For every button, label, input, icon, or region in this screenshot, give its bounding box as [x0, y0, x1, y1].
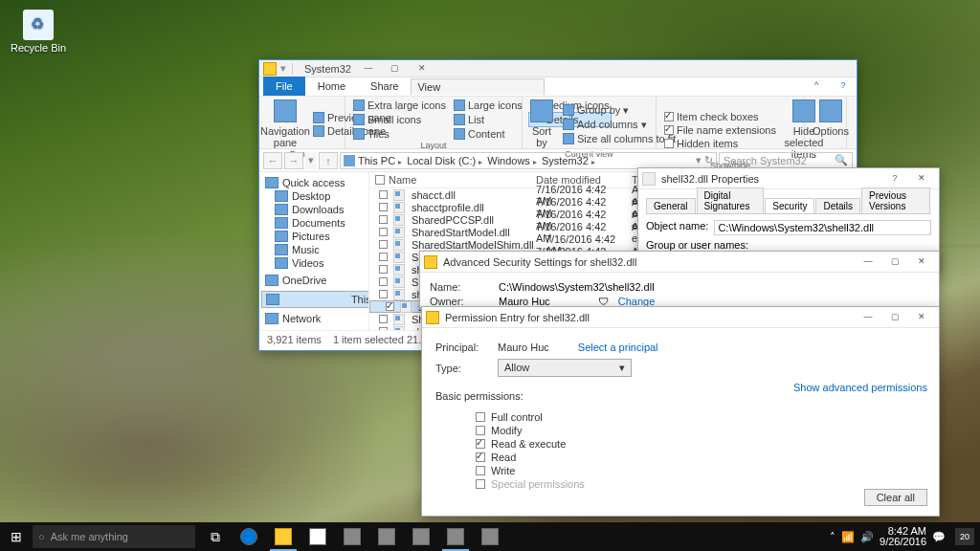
permission-checkbox[interactable]: Modify [476, 425, 925, 436]
tab-file[interactable]: File [263, 77, 305, 96]
nav-onedrive[interactable]: OneDrive [261, 274, 367, 287]
adv-title: Advanced Security Settings for shell32.d… [443, 256, 855, 268]
recent-button[interactable]: ▾ [305, 152, 317, 169]
recycle-bin[interactable]: Recycle Bin [10, 10, 67, 54]
options-button[interactable]: Options [811, 99, 851, 138]
app-icon [378, 528, 395, 545]
tab-share[interactable]: Share [358, 77, 411, 96]
view-tiles[interactable]: Tiles [351, 127, 448, 141]
close-button[interactable]: ✕ [409, 59, 435, 78]
taskbar-app-6[interactable] [404, 522, 438, 551]
file-checkbox[interactable] [379, 315, 388, 323]
tab-home[interactable]: Home [305, 77, 358, 96]
notification-badge[interactable]: 20 [955, 528, 974, 545]
file-checkbox[interactable] [379, 228, 388, 236]
taskbar-app-5[interactable] [369, 522, 404, 551]
ptab-digsig[interactable]: Digital Signatures [697, 187, 765, 213]
taskbar-app-7[interactable] [438, 522, 473, 551]
col-name[interactable]: Name [389, 174, 416, 186]
checkbox-item-checkboxes[interactable]: Item check boxes [662, 110, 778, 123]
tray-volume-icon[interactable]: 🔊 [860, 531, 874, 543]
maximize-button[interactable]: ▢ [382, 59, 409, 78]
file-checkbox[interactable] [379, 203, 388, 211]
task-view-button[interactable]: ⧉ [199, 522, 232, 551]
qat-btn[interactable]: ▾ [280, 62, 286, 75]
nav-pictures[interactable]: Pictures [261, 230, 367, 243]
props-close-button[interactable]: ✕ [908, 169, 935, 188]
adv-min-button[interactable]: — [855, 253, 881, 272]
nav-homegroup[interactable]: Homegroup [261, 329, 367, 330]
ptab-prev[interactable]: Previous Versions [861, 187, 930, 213]
file-checkbox[interactable] [379, 265, 388, 274]
navigation-pane-button[interactable]: Navigation pane [265, 99, 305, 149]
forward-button[interactable]: → [284, 152, 303, 169]
crumb-system32[interactable]: System32 [540, 155, 597, 166]
select-principal-link[interactable]: Select a principal [578, 342, 658, 353]
file-checkbox[interactable] [379, 215, 388, 224]
checkbox-hidden-items[interactable]: Hidden items [662, 137, 778, 150]
nav-network[interactable]: Network [261, 312, 367, 325]
taskbar-app-8[interactable] [473, 522, 507, 551]
help-icon[interactable]: ? [830, 77, 857, 96]
view-content[interactable]: Content [452, 127, 524, 141]
minimize-button[interactable]: — [355, 59, 382, 78]
up-button[interactable]: ↑ [319, 152, 338, 169]
file-checkbox[interactable] [379, 190, 388, 199]
clear-all-button[interactable]: Clear all [864, 489, 927, 506]
nav-desktop[interactable]: Desktop [261, 189, 367, 203]
view-list[interactable]: List [452, 112, 524, 127]
tray-network-icon[interactable]: 📶 [841, 531, 855, 543]
checkbox-filename-ext[interactable]: File name extensions [662, 123, 778, 137]
taskbar-app-edge[interactable] [232, 522, 266, 551]
nav-thispc[interactable]: This PC [261, 291, 369, 308]
file-checkbox[interactable] [379, 277, 388, 286]
sort-by-button[interactable]: Sort by [528, 99, 555, 149]
ptab-details[interactable]: Details [815, 198, 860, 213]
search-input[interactable]: Search System32🔍 [719, 152, 853, 169]
adv-max-button[interactable]: ▢ [881, 253, 908, 272]
permission-checkbox[interactable]: Read & execute [476, 438, 925, 450]
breadcrumb[interactable]: This PC Local Disk (C:) Windows System32… [340, 152, 717, 169]
action-center-icon[interactable]: 💬 [932, 531, 946, 543]
permission-checkbox[interactable]: Write [476, 465, 925, 476]
crumb-windows[interactable]: Windows [485, 155, 539, 166]
view-small-icons[interactable]: Small icons [351, 112, 448, 127]
taskbar-app-store[interactable] [301, 522, 335, 551]
back-button[interactable]: ← [263, 152, 282, 169]
file-checkbox[interactable] [386, 302, 394, 311]
nav-videos[interactable]: Videos [261, 256, 367, 270]
tab-view[interactable]: View [411, 78, 545, 96]
perm-close-button[interactable]: ✕ [908, 308, 935, 327]
cortana-search[interactable]: ○ Ask me anything [33, 525, 195, 548]
nav-music[interactable]: Music [261, 243, 367, 256]
taskbar-app-4[interactable] [335, 522, 369, 551]
nav-documents[interactable]: Documents [261, 216, 367, 230]
permission-checkbox[interactable]: Read [476, 452, 925, 463]
ptab-security[interactable]: Security [765, 198, 814, 213]
crumb-thispc[interactable]: This PC [356, 155, 404, 166]
view-large-icons[interactable]: Large icons [452, 99, 524, 112]
type-select[interactable]: Allow▾ [498, 359, 632, 377]
clock[interactable]: 8:42 AM9/26/2016 [880, 526, 926, 547]
folder-icon [263, 62, 277, 76]
file-checkbox[interactable] [379, 327, 388, 330]
perm-max-button[interactable]: ▢ [881, 308, 908, 327]
tray-chevron-icon[interactable]: ˄ [830, 531, 835, 543]
file-checkbox[interactable] [379, 290, 388, 298]
taskbar-app-explorer[interactable] [266, 522, 301, 551]
crumb-c[interactable]: Local Disk (C:) [405, 155, 484, 166]
permission-checkbox[interactable]: Full control [476, 411, 925, 423]
perm-min-button[interactable]: — [855, 308, 881, 327]
start-button[interactable]: ⊞ [0, 522, 33, 551]
show-advanced-link[interactable]: Show advanced permissions [793, 382, 927, 393]
nav-downloads[interactable]: Downloads [261, 203, 367, 216]
ptab-general[interactable]: General [646, 198, 696, 213]
file-checkbox[interactable] [379, 240, 388, 249]
props-help-button[interactable]: ? [881, 169, 908, 188]
nav-quick-access[interactable]: Quick access [261, 176, 367, 189]
adv-close-button[interactable]: ✕ [908, 253, 935, 272]
select-all-checkbox[interactable] [375, 175, 385, 185]
file-checkbox[interactable] [379, 253, 388, 261]
ribbon-collapse-icon[interactable]: ^ [803, 77, 830, 96]
view-xl-icons[interactable]: Extra large icons [351, 99, 448, 112]
